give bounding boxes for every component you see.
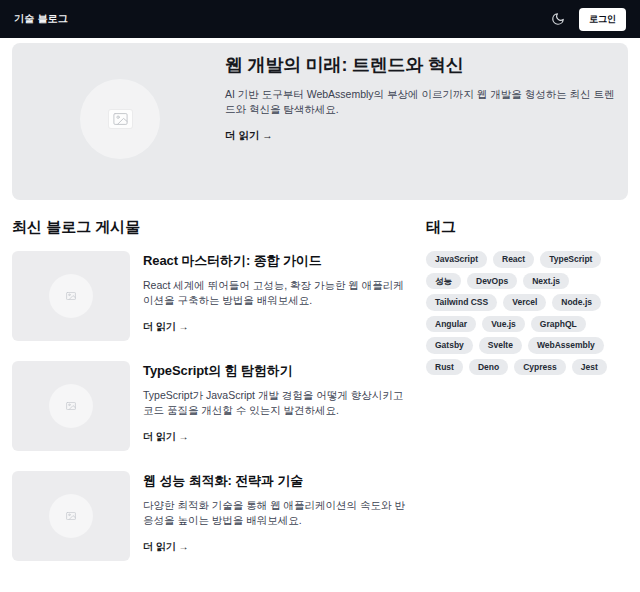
image-placeholder-icon	[49, 274, 93, 318]
tag-pill[interactable]: Gatsby	[426, 337, 473, 354]
hero-read-more-link[interactable]: 더 읽기 →	[225, 129, 273, 143]
tag-pill[interactable]: Cypress	[514, 359, 566, 376]
navbar-actions: 로그인	[549, 8, 626, 31]
tag-pill[interactable]: Angular	[426, 316, 476, 333]
tag-pill[interactable]: Tailwind CSS	[426, 294, 497, 311]
tag-pill[interactable]: TypeScript	[540, 251, 601, 268]
latest-posts-heading: 최신 블로그 게시물	[12, 218, 412, 237]
hero-title: 웹 개발의 미래: 트렌드와 혁신	[225, 53, 615, 77]
login-button[interactable]: 로그인	[579, 8, 626, 31]
tag-pill[interactable]: JavaScript	[426, 251, 487, 268]
tag-list: JavaScriptReactTypeScript성능DevOpsNext.js…	[426, 251, 628, 375]
hero-description: AI 기반 도구부터 WebAssembly의 부상에 이르기까지 웹 개발을 …	[225, 87, 615, 117]
site-title[interactable]: 기술 블로그	[14, 12, 68, 26]
post-title[interactable]: React 마스터하기: 종합 가이드	[143, 252, 411, 270]
tag-pill[interactable]: 성능	[426, 273, 461, 290]
tag-pill[interactable]: Node.js	[552, 294, 601, 311]
post-card: 웹 성능 최적화: 전략과 기술 다양한 최적화 기술을 통해 웹 애플리케이션…	[12, 471, 412, 561]
hero-section: 웹 개발의 미래: 트렌드와 혁신 AI 기반 도구부터 WebAssembly…	[12, 43, 628, 200]
post-title[interactable]: TypeScript의 힘 탐험하기	[143, 362, 411, 380]
latest-posts-section: 최신 블로그 게시물 React 마스터하기: 종합 가이드 React 세계에…	[12, 218, 412, 581]
tag-pill[interactable]: Jest	[572, 359, 607, 376]
post-description: 다양한 최적화 기술을 통해 웹 애플리케이션의 속도와 반응성을 높이는 방법…	[143, 498, 411, 527]
image-placeholder-icon	[109, 110, 132, 128]
navbar: 기술 블로그 로그인	[0, 0, 640, 38]
post-body: TypeScript의 힘 탐험하기 TypeScript가 JavaScrip…	[143, 361, 411, 451]
post-body: React 마스터하기: 종합 가이드 React 세계에 뛰어들어 고성능, …	[143, 251, 411, 341]
theme-toggle-button[interactable]	[549, 10, 567, 28]
tags-heading: 태그	[426, 218, 628, 237]
tag-pill[interactable]: WebAssembly	[528, 337, 604, 354]
post-card: React 마스터하기: 종합 가이드 React 세계에 뛰어들어 고성능, …	[12, 251, 412, 341]
post-card: TypeScript의 힘 탐험하기 TypeScript가 JavaScrip…	[12, 361, 412, 451]
post-thumbnail[interactable]	[12, 361, 130, 451]
post-description: React 세계에 뛰어들어 고성능, 확장 가능한 웹 애플리케이션을 구축하…	[143, 278, 411, 307]
tag-pill[interactable]: DevOps	[467, 273, 517, 290]
tag-pill[interactable]: Next.js	[523, 273, 569, 290]
post-read-more-link[interactable]: 더 읽기 →	[143, 431, 189, 442]
hero-image-placeholder	[80, 79, 160, 159]
tag-pill[interactable]: React	[493, 251, 534, 268]
tag-pill[interactable]: Svelte	[479, 337, 522, 354]
hero-content: 웹 개발의 미래: 트렌드와 혁신 AI 기반 도구부터 WebAssembly…	[225, 53, 615, 143]
tag-pill[interactable]: Rust	[426, 359, 463, 376]
tag-pill[interactable]: Deno	[469, 359, 508, 376]
post-body: 웹 성능 최적화: 전략과 기술 다양한 최적화 기술을 통해 웹 애플리케이션…	[143, 471, 411, 561]
image-placeholder-icon	[49, 494, 93, 538]
moon-icon	[551, 12, 565, 26]
tag-pill[interactable]: GraphQL	[531, 316, 586, 333]
tag-pill[interactable]: Vercel	[503, 294, 546, 311]
tags-section: 태그 JavaScriptReactTypeScript성능DevOpsNext…	[426, 218, 628, 581]
image-placeholder-icon	[49, 384, 93, 428]
post-read-more-link[interactable]: 더 읽기 →	[143, 321, 189, 332]
main-content: 웹 개발의 미래: 트렌드와 혁신 AI 기반 도구부터 WebAssembly…	[0, 38, 640, 581]
tag-pill[interactable]: Vue.js	[482, 316, 525, 333]
post-read-more-link[interactable]: 더 읽기 →	[143, 541, 189, 552]
post-thumbnail[interactable]	[12, 471, 130, 561]
post-description: TypeScript가 JavaScript 개발 경험을 어떻게 향상시키고 …	[143, 388, 411, 417]
post-title[interactable]: 웹 성능 최적화: 전략과 기술	[143, 472, 411, 490]
content-columns: 최신 블로그 게시물 React 마스터하기: 종합 가이드 React 세계에…	[12, 218, 628, 581]
post-thumbnail[interactable]	[12, 251, 130, 341]
